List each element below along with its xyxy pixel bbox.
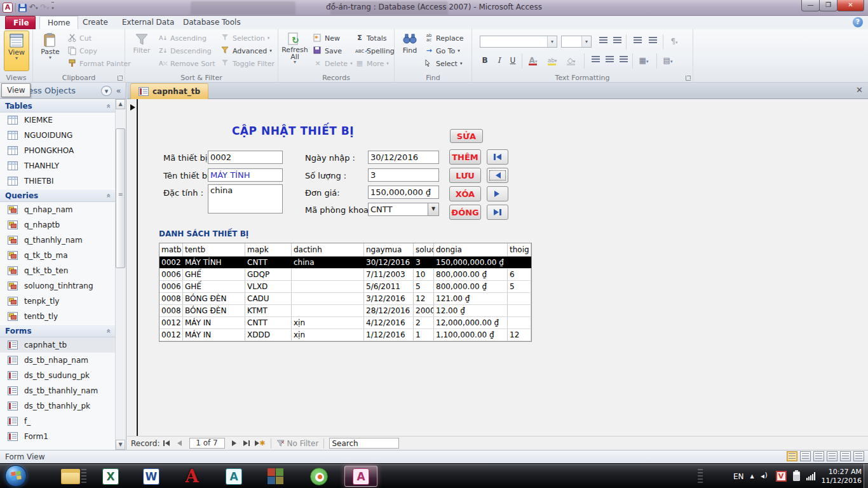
next-record-nav-button[interactable] <box>229 438 240 449</box>
bold-button[interactable]: B <box>478 55 491 67</box>
copy-button[interactable]: Copy <box>66 44 99 57</box>
first-record-nav-button[interactable] <box>161 438 173 449</box>
collapse-chevron-icon[interactable]: « <box>102 329 114 333</box>
volume-icon[interactable] <box>761 472 770 480</box>
taskbar-word-button[interactable]: W <box>135 466 168 487</box>
scroll-down-icon[interactable]: ▼ <box>116 440 125 450</box>
table-row[interactable]: 0006GHẾVLXD5/6/20115800,000.00 ₫5 <box>159 281 531 293</box>
dialog-launcher-icon[interactable] <box>686 76 691 81</box>
taskbar-autocad-button[interactable]: A <box>217 466 250 487</box>
close-button[interactable]: ✕ <box>837 0 864 11</box>
italic-button[interactable]: I <box>492 55 505 67</box>
previous-record-nav-button[interactable] <box>174 438 186 449</box>
ascending-button[interactable]: A↓ Ascending <box>157 32 208 44</box>
nav-item-soluong_tỉnhtrang[interactable]: soluong_tỉnhtrang <box>0 278 116 294</box>
nav-section-header-forms[interactable]: Forms« <box>0 324 116 337</box>
vietkey-icon[interactable]: V <box>776 471 787 482</box>
nav-scrollbar[interactable]: ▲ ▼ <box>115 99 125 450</box>
title-bar[interactable]: A ↶▾ ↷▾ ▾ đồ-án-trang : Database (Access… <box>0 0 868 16</box>
nav-item-capnhat_tb[interactable]: capnhat_tb <box>0 337 116 353</box>
tab-capnhat_tb[interactable]: capnhat_tb <box>130 83 208 99</box>
nav-item-f_[interactable]: f_ <box>0 414 116 429</box>
collapse-chevron-icon[interactable]: « <box>102 193 114 198</box>
bullet-list-button[interactable] <box>597 36 609 48</box>
nav-item-ds_tb_sudung_pk[interactable]: ds_tb_sudung_pk <box>0 368 116 383</box>
nav-item-NGUOIDUNG[interactable]: NGUOIDUNG <box>0 128 116 143</box>
next-record-button[interactable] <box>487 186 508 201</box>
chevron-down-icon[interactable]: ▾ <box>547 36 557 47</box>
table-row[interactable]: 0008BÓNG ĐÈNKTMT28/12/20162000012.00 ₫ <box>159 305 531 317</box>
nav-item-ds_tb_thanhly_pk[interactable]: ds_tb_thanhly_pk <box>0 398 116 414</box>
increase-indent-button[interactable] <box>646 36 659 48</box>
taskbar-access-button[interactable]: A <box>344 466 377 487</box>
taskbar-coccoc-button[interactable] <box>302 466 336 487</box>
nav-item-tentb_tly[interactable]: tentb_tly <box>0 309 116 324</box>
soluong-input[interactable]: 3 <box>368 168 439 182</box>
descending-button[interactable]: Z↓ Descending <box>157 44 214 57</box>
minimize-button[interactable]: — <box>801 0 820 11</box>
underline-button[interactable]: U <box>506 55 519 67</box>
previous-record-button[interactable] <box>487 168 508 183</box>
more-button[interactable]: ▦ More▾ <box>353 57 391 70</box>
advanced-button[interactable]: Advanced▾ <box>219 44 274 57</box>
nav-item-q_nhaptb[interactable]: q_nhaptb <box>0 217 116 233</box>
nav-item-ds_tb_nhap_nam[interactable]: ds_tb_nhap_nam <box>0 353 116 368</box>
taskbar-explorer-button[interactable] <box>54 466 87 487</box>
scrollbar-thumb[interactable] <box>116 128 125 268</box>
dongia-input[interactable]: 150,000,000 ₫ <box>368 186 439 199</box>
spelling-button[interactable]: ABC✓ Spelling <box>353 44 397 57</box>
form-view-button[interactable] <box>787 451 797 461</box>
paragraph-marks-button[interactable]: ¶▾ <box>668 36 681 48</box>
clock[interactable]: 10:27 AM 11/12/2016 <box>822 468 862 485</box>
close-document-icon[interactable]: ✕ <box>856 85 863 95</box>
filter-button[interactable]: Filter <box>129 30 154 71</box>
datasheet-view-button[interactable] <box>800 451 811 461</box>
nav-item-Form1[interactable]: Form1 <box>0 429 116 444</box>
dialog-launcher-icon[interactable] <box>118 76 123 81</box>
chevron-down-icon[interactable]: ▾ <box>581 36 591 47</box>
nav-section-header-queries[interactable]: Queries« <box>0 189 116 202</box>
no-filter-button[interactable]: No Filter <box>276 439 319 448</box>
delete-record-button[interactable]: × Delete▾ <box>311 57 355 70</box>
align-right-button[interactable] <box>617 55 630 67</box>
pivotchart-view-button[interactable] <box>827 451 837 461</box>
numbered-list-button[interactable] <box>611 36 623 48</box>
save-record-button[interactable]: Save <box>311 44 344 57</box>
collapse-chevron-icon[interactable]: « <box>102 104 114 108</box>
nav-item-q_tk_tb_ten[interactable]: q_tk_tb_ten <box>0 263 116 278</box>
table-row[interactable]: 0012MÁY INXDDDxịn1/12/201611,100,000.00 … <box>159 329 531 341</box>
tab-home[interactable]: Home <box>39 16 78 29</box>
taskbar-red-a-app-button[interactable]: A <box>175 466 208 487</box>
nav-menu-dropdown-icon[interactable]: ▾ <box>101 86 112 96</box>
find-button[interactable]: Find <box>398 30 421 71</box>
last-record-nav-button[interactable] <box>241 438 253 449</box>
align-left-button[interactable] <box>589 55 602 67</box>
scroll-up-icon[interactable]: ▲ <box>116 99 125 109</box>
nav-item-THANHLY[interactable]: THANHLY <box>0 158 116 173</box>
network-signal-icon[interactable] <box>806 472 815 480</box>
font-name-combo[interactable]: ▾ <box>480 36 557 48</box>
tab-external-data[interactable]: External Data <box>114 16 182 29</box>
highlight-button[interactable]: ab▾ <box>546 55 559 67</box>
dactinh-input[interactable]: china <box>208 184 283 214</box>
toggle-filter-button[interactable]: Toggle Filter <box>219 57 276 70</box>
nav-item-tenpk_tly[interactable]: tenpk_tly <box>0 294 116 309</box>
taskbar-puzzle-app-button[interactable] <box>259 466 292 487</box>
cut-button[interactable]: Cut <box>66 32 93 44</box>
table-row[interactable]: 0002MÁY TÍNHCNTTchina30/12/20163150,000,… <box>159 257 531 269</box>
gridlines-button[interactable]: ▦▾ <box>637 55 650 67</box>
maphongkhoa-combo[interactable]: CNTT ▼ <box>368 203 439 216</box>
nav-item-THIETBI[interactable]: THIETBI <box>0 173 116 189</box>
help-icon[interactable]: ? <box>853 17 863 27</box>
luu-button[interactable]: LƯU <box>449 168 481 183</box>
align-center-button[interactable] <box>603 55 616 67</box>
nav-item-KIEMKE[interactable]: KIEMKE <box>0 112 116 128</box>
select-button[interactable]: Select▾ <box>423 57 464 70</box>
tab-create[interactable]: Create <box>75 16 116 29</box>
nav-item-q_tk_tb_ma[interactable]: q_tk_tb_ma <box>0 248 116 263</box>
show-desktop-button[interactable] <box>864 464 868 488</box>
dong-button[interactable]: ĐÓNG <box>449 205 481 220</box>
tentb-input[interactable]: MÁY TÍNH <box>208 168 283 182</box>
nav-item-q_nhap_nam[interactable]: q_nhap_nam <box>0 202 116 217</box>
nav-item-PHONGKHOA[interactable]: PHONGKHOA <box>0 143 116 158</box>
